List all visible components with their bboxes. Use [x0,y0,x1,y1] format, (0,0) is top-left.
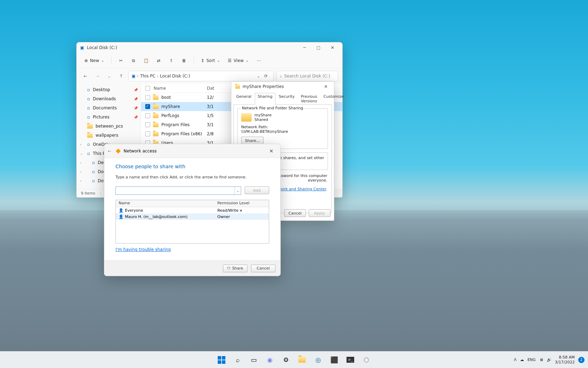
clock[interactable]: 8:58 AM 3/17/2022 [555,355,575,364]
taskbar-app-settings[interactable]: ⚙ [279,353,293,367]
column-date[interactable]: Dat [207,86,214,91]
taskbar-app-edge[interactable]: ◎ [311,353,325,367]
share-button[interactable]: ⇪ [166,55,177,66]
share-person-row[interactable]: 👤EveryoneRead/Write▼ [116,207,269,213]
notification-badge[interactable]: 2 [578,357,584,363]
folder-icon [153,114,159,118]
share-button[interactable]: 🛡 Share [223,265,247,272]
language-indicator[interactable]: ENG [527,357,536,362]
sidebar-item-between_pcs[interactable]: between_pcs [77,122,141,131]
chevron-down-icon[interactable]: ⌄ [257,74,260,78]
taskbar-app-chat[interactable]: ◉ [263,353,277,367]
permission-level[interactable]: Owner [215,214,269,219]
select-all-checkbox[interactable] [145,86,150,91]
tab-customize[interactable]: Customize [321,93,346,105]
close-button[interactable]: ✕ [266,148,277,154]
chevron-icon[interactable]: › [80,179,82,183]
sidebar-item-downloads[interactable]: ▫Downloads📌 [77,94,141,103]
row-checkbox[interactable] [145,95,150,100]
trouble-sharing-link[interactable]: I'm having trouble sharing [115,247,171,252]
row-checkbox[interactable] [145,131,150,136]
refresh-button[interactable]: ⟳ [261,74,271,79]
close-button[interactable]: ✕ [326,43,340,53]
paste-button[interactable]: 📋 [141,55,152,66]
properties-titlebar[interactable]: myShare Properties ✕ [231,82,334,91]
forward-button[interactable]: → [93,71,102,81]
breadcrumb-current[interactable]: Local Disk (C:) [160,74,190,79]
breadcrumb-this-pc[interactable]: This PC [140,74,155,79]
search-button[interactable]: ⌕ [231,353,245,367]
sidebar-item-wallpapers[interactable]: wallpapers [77,131,141,140]
onedrive-icon: ▫ [87,142,90,147]
sidebar-item-pictures[interactable]: ▫Pictures📌 [77,113,141,122]
chevron-icon[interactable]: › [80,170,82,173]
share-button[interactable]: Share... [241,137,264,144]
tab-general[interactable]: General [233,93,254,105]
cancel-button[interactable]: Cancel [284,209,306,217]
row-checkbox[interactable] [145,113,150,118]
add-button[interactable]: Add [245,186,269,194]
delete-button[interactable]: 🗑 [179,55,189,66]
search-placeholder: Search Local Disk (C:) [284,74,330,79]
new-button[interactable]: ⊕ New ⌄ [82,55,107,66]
taskbar-app-explorer[interactable] [295,353,309,367]
copy-button[interactable]: ⧉ [128,55,139,66]
volume-icon[interactable]: 🔊 [547,357,552,362]
more-button[interactable]: ⋯ [253,55,264,66]
sort-button[interactable]: ↕ Sort ⌄ [198,55,223,66]
share-person-row[interactable]: 👤Mauro H. (m__lab@outlook.com)Owner [116,213,269,220]
task-view-button[interactable]: ▭ [247,353,261,367]
chevron-down-icon[interactable]: ⌄ [234,187,241,195]
pin-icon: 📌 [134,88,138,92]
folder-icon [153,104,159,109]
explorer-titlebar[interactable]: ▣ Local Disk (C:) ─ ▢ ✕ [77,42,342,53]
system-tray[interactable]: ᐱ ☁ ENG 🖥 🔊 8:58 AM 3/17/2022 2 [514,355,588,364]
back-button[interactable]: ← [108,149,111,154]
sidebar-item-desktop[interactable]: ▫Desktop📌 [77,85,141,94]
taskbar[interactable]: ⌕ ▭ ◉ ⚙ ◎ ⬛ >_ ⬡ ᐱ ☁ ENG 🖥 🔊 8:58 AM 3/1… [0,351,588,368]
chevron-icon[interactable]: ⌄ [80,152,83,155]
sidebar-item-documents[interactable]: ▫Documents📌 [77,103,141,113]
chevron-icon[interactable]: › [80,143,82,146]
new-label: New [90,58,99,63]
row-checkbox[interactable] [145,104,150,109]
row-checkbox[interactable] [145,122,150,127]
column-name[interactable]: Name [154,86,166,91]
name-combobox[interactable]: ⌄ [115,186,241,195]
network-access-header[interactable]: ← 🔶 Network access ✕ [104,144,280,158]
view-button[interactable]: ☰ View ⌄ [225,55,252,66]
taskbar-app-terminal[interactable]: >_ [343,353,357,367]
sidebar-item-label: Pictures [93,115,110,120]
tab-security[interactable]: Security [276,93,298,105]
minimize-button[interactable]: ─ [298,43,312,53]
file-date: 2/8 [207,131,214,136]
gear-icon: ⚙ [283,356,289,363]
recent-button[interactable]: ⌄ [105,71,114,81]
back-button[interactable]: ← [81,71,90,81]
column-name[interactable]: Name [116,200,215,207]
tab-previous-versions[interactable]: Previous Versions [298,93,320,105]
column-permission[interactable]: Permission Level [215,200,269,207]
onedrive-icon[interactable]: ☁ [520,357,524,362]
tab-sharing[interactable]: Sharing [255,93,275,105]
permission-level[interactable]: Read/Write▼ [215,208,269,213]
close-button[interactable]: ✕ [321,82,331,91]
chevron-icon[interactable]: › [80,161,82,164]
apply-button[interactable]: Apply [309,209,330,217]
rename-button[interactable]: ⇄ [154,55,164,66]
folder-icon [153,132,159,136]
taskbar-app-store[interactable]: ⬛ [327,353,341,367]
breadcrumb[interactable]: ▣ › This PC › Local Disk (C:) ⌄ ⟳ [128,71,274,81]
chevron-right-icon: › [137,74,139,79]
tray-overflow-button[interactable]: ᐱ [514,357,517,362]
cancel-button[interactable]: Cancel [251,265,275,272]
start-button[interactable] [215,353,229,367]
up-button[interactable]: ↑ [117,71,126,81]
folder-icon [235,84,240,88]
search-input[interactable]: ⌕ Search Local Disk (C:) [276,71,338,81]
network-icon[interactable]: 🖥 [539,357,543,362]
file-name: Program Files (x86) [161,131,202,136]
taskbar-app-generic[interactable]: ⬡ [359,353,373,367]
cut-button[interactable]: ✂ [116,55,126,66]
maximize-button[interactable]: ▢ [312,43,326,53]
